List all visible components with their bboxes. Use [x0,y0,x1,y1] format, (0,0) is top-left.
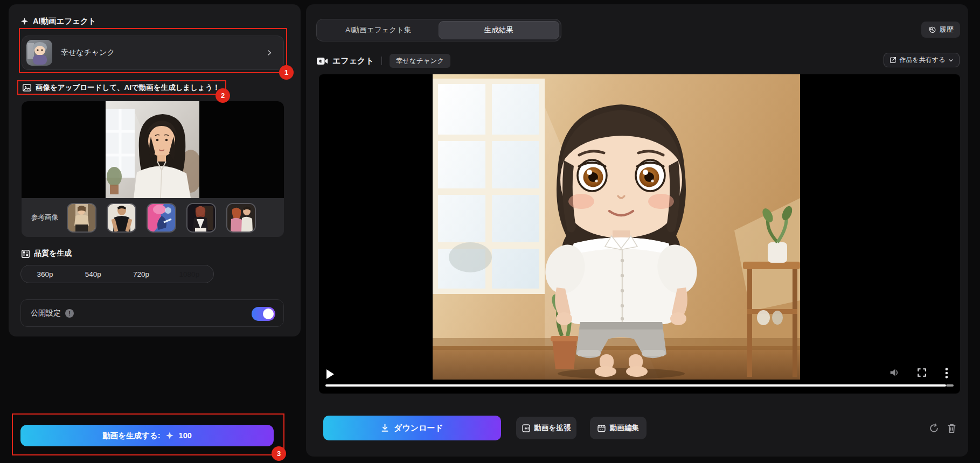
video-progress-bar[interactable] [325,384,946,387]
fullscreen-icon[interactable] [917,368,927,377]
app-root: AI動画エフェクト 幸せなチャンク 1 画像をアップロードして、AIで動画を生成… [0,0,980,463]
generate-video-button[interactable]: 動画を生成する: 100 [20,425,274,446]
generate-button-label: 動画を生成する: [102,431,160,441]
annotation-badge-3: 3 [272,446,286,461]
reference-images-row: 参考画像 [22,198,284,237]
effect-thumbnail [26,40,52,66]
expand-video-button[interactable]: 動画を拡張 [516,417,576,439]
chevron-right-icon [266,50,273,56]
resolution-selector: 360p 540p 720p 1080p [20,265,214,283]
volume-icon[interactable] [889,368,900,377]
resolution-option-720p[interactable]: 720p [117,265,165,283]
play-icon[interactable] [326,369,334,379]
reference-label: 参考画像 [31,213,67,222]
tab-effects-collection[interactable]: AI動画エフェクト集 [318,21,439,39]
divider [381,57,382,65]
more-options-icon[interactable] [945,368,948,378]
share-icon [889,57,896,64]
uploaded-image [106,101,199,198]
sidebar-title: AI動画エフェクト [20,16,96,26]
quality-icon [22,250,30,258]
public-setting-row: 公開設定 ! [20,299,284,327]
expand-icon [522,424,530,432]
chevron-down-icon [948,58,954,63]
effect-info-row: エフェクト 幸せなチャンク [317,54,450,68]
download-icon [381,424,389,432]
resolution-option-540p[interactable]: 540p [69,265,117,283]
effect-name-badge: 幸せなチャンク [390,54,450,68]
video-progress-remainder [946,384,954,387]
effect-card-label: 幸せなチャンク [61,48,115,58]
sparkle-icon [20,17,29,25]
clock-history-icon [928,26,936,34]
history-button[interactable]: 履歴 [921,22,960,38]
toggle-knob [263,308,274,319]
info-icon[interactable]: ! [65,309,74,318]
upload-preview-panel: 参考画像 [22,101,284,237]
regenerate-icon[interactable] [929,423,940,434]
credits-sparkle-icon [165,431,174,440]
download-button[interactable]: ダウンロード [323,416,501,440]
upload-heading: 画像をアップロードして、AIで動画を生成しましょう！ [17,80,226,95]
quality-section-label: 品質を生成 [22,249,72,258]
tab-generation-result[interactable]: 生成結果 [439,21,560,39]
trash-icon[interactable] [947,423,958,434]
video-player[interactable]: 0:05 / 0:05 [319,74,960,394]
image-upload-icon [23,84,31,92]
reference-thumb-2[interactable] [107,203,136,233]
video-camera-icon [317,57,328,66]
annotation-badge-1: 1 [279,65,294,80]
generate-cost: 100 [179,431,192,440]
generated-video-frame [433,74,800,380]
edit-icon [597,424,606,432]
uploaded-image-area[interactable] [22,101,284,198]
public-setting-label: 公開設定 [31,308,61,318]
reference-thumb-4[interactable] [186,203,216,233]
reference-thumb-1[interactable] [67,203,96,233]
share-work-button[interactable]: 作品を共有する [884,53,960,67]
reference-thumb-3[interactable] [147,203,176,233]
effect-label: エフェクト [332,56,374,66]
public-setting-toggle[interactable] [252,307,275,321]
resolution-option-1080p[interactable]: 1080p [165,265,213,283]
resolution-option-360p[interactable]: 360p [21,265,69,283]
result-tabs: AI動画エフェクト集 生成結果 [316,19,561,41]
annotation-badge-2: 2 [216,88,230,103]
selected-effect-card[interactable]: 幸せなチャンク [22,36,284,70]
edit-video-button[interactable]: 動画編集 [590,417,647,439]
reference-thumb-5[interactable] [226,203,256,233]
